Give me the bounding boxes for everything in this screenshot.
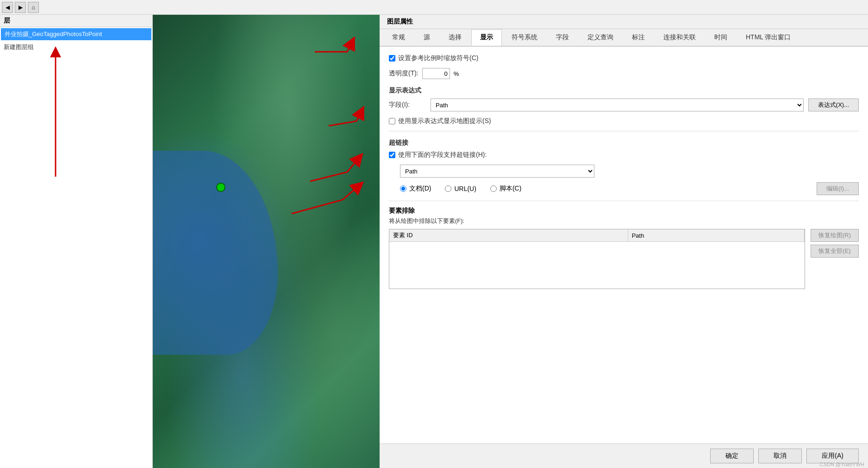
forward-icon[interactable]: ▶ [15, 2, 26, 13]
map-background [153, 15, 380, 468]
home-icon[interactable]: ⌂ [28, 2, 39, 13]
tab-joins[interactable]: 连接和关联 [655, 29, 705, 46]
layer-item[interactable]: 外业拍摄_GeoTaggedPhotosToPoint [1, 28, 151, 40]
hyperlink-checkbox-label: 使用下面的字段支持超链接(H): [398, 151, 487, 159]
back-icon[interactable]: ◀ [2, 2, 13, 13]
tab-labels[interactable]: 标注 [623, 29, 654, 46]
main-area: 层 外业拍摄_GeoTaggedPhotosToPoint 新建图层组 [0, 15, 868, 468]
map-tips-row: 使用显示表达式显示地图提示(S) [389, 117, 859, 125]
radio-url-input[interactable] [445, 185, 451, 192]
map-tips-label: 使用显示表达式显示地图提示(S) [398, 117, 491, 125]
radio-doc-input[interactable] [400, 185, 406, 192]
tab-query[interactable]: 定义查询 [579, 29, 622, 46]
col-feature-id: 要素 ID [389, 229, 628, 242]
radio-doc: 文档(D) [400, 185, 431, 193]
exclusion-table: 要素 ID Path [389, 229, 805, 289]
hyperlink-section: 超链接 使用下面的字段支持超链接(H): Path 文档(D) URL(U) [389, 131, 859, 195]
left-panel: 层 外业拍摄_GeoTaggedPhotosToPoint 新建图层组 [0, 15, 153, 468]
scale-symbols-checkbox[interactable] [389, 55, 395, 62]
field-select[interactable]: Path [431, 99, 804, 111]
tab-general[interactable]: 常规 [383, 29, 414, 46]
new-group-label[interactable]: 新建图层组 [0, 41, 152, 53]
display-expression-title: 显示表达式 [389, 86, 859, 95]
tab-selection[interactable]: 选择 [440, 29, 470, 46]
hyperlink-title: 超链接 [389, 139, 859, 147]
radio-url-label: URL(U) [454, 185, 476, 192]
hyperlink-checkbox-row: 使用下面的字段支持超链接(H): [389, 151, 859, 159]
cancel-button[interactable]: 取消 [758, 449, 802, 463]
tab-fields[interactable]: 字段 [547, 29, 578, 46]
radio-doc-label: 文档(D) [409, 185, 431, 193]
tab-time[interactable]: 时间 [706, 29, 736, 46]
transparency-row: 透明度(T): % [389, 68, 859, 79]
panel-title: 层 [0, 15, 152, 27]
col-path: Path [628, 229, 804, 242]
field-label: 字段(I): [389, 101, 426, 109]
apply-button[interactable]: 应用(A) [806, 449, 859, 463]
tab-source[interactable]: 源 [415, 29, 439, 46]
pct-label: % [454, 70, 459, 77]
field-row: 字段(I): Path 表达式(X)... [389, 99, 859, 111]
radio-url: URL(U) [445, 185, 476, 192]
map-marker [216, 183, 225, 192]
exclusion-title: 要素排除 [389, 207, 859, 215]
scale-symbols-row: 设置参考比例时缩放符号(C) [389, 54, 859, 62]
radio-script-input[interactable] [490, 185, 497, 192]
restore-draw-button[interactable]: 恢复绘图(R) [811, 229, 859, 242]
restore-all-button[interactable]: 恢复全部(E) [811, 245, 859, 258]
tab-symbology[interactable]: 符号系统 [503, 29, 546, 46]
exclusion-buttons: 恢复绘图(R) 恢复全部(E) [811, 229, 859, 258]
tab-display[interactable]: 显示 [471, 29, 502, 46]
exclusion-row: 要素 ID Path 恢复绘图(R) 恢复全部(E) [389, 229, 859, 289]
transparency-input[interactable] [422, 68, 450, 79]
radio-script-label: 脚本(C) [500, 185, 521, 193]
dialog-title: 图层属性 [380, 15, 868, 29]
exclusion-subtitle: 将从绘图中排除以下要素(F): [389, 217, 859, 225]
right-panel: 图层属性 常规 源 选择 显示 符号系统 字段 定义查询 标注 连接和关联 时间… [380, 15, 868, 468]
button-bar: 确定 取消 应用(A) [380, 443, 868, 468]
transparency-label: 透明度(T): [389, 69, 418, 78]
edit-button[interactable]: 编辑(I)... [817, 182, 859, 195]
tab-html[interactable]: HTML 弹出窗口 [737, 29, 799, 46]
scale-symbols-label: 设置参考比例时缩放符号(C) [398, 54, 478, 62]
arrow-overlay-left [0, 15, 152, 468]
expression-button[interactable]: 表达式(X)... [808, 99, 859, 111]
hyperlink-dropdown[interactable]: Path [400, 165, 594, 178]
radio-script: 脚本(C) [490, 185, 521, 193]
dialog-content: 设置参考比例时缩放符号(C) 透明度(T): % 显示表达式 字段(I): Pa… [380, 47, 868, 443]
map-area [153, 15, 380, 468]
tab-bar: 常规 源 选择 显示 符号系统 字段 定义查询 标注 连接和关联 时间 HTML… [380, 29, 868, 47]
ok-button[interactable]: 确定 [710, 449, 754, 463]
exclusion-section: 要素排除 将从绘图中排除以下要素(F): 要素 ID Path [389, 201, 859, 289]
hyperlink-checkbox[interactable] [389, 152, 395, 158]
radio-row: 文档(D) URL(U) 脚本(C) 编辑(I)... [400, 182, 859, 195]
toolbar: ◀ ▶ ⌂ [0, 0, 868, 15]
map-tips-checkbox[interactable] [389, 118, 395, 124]
